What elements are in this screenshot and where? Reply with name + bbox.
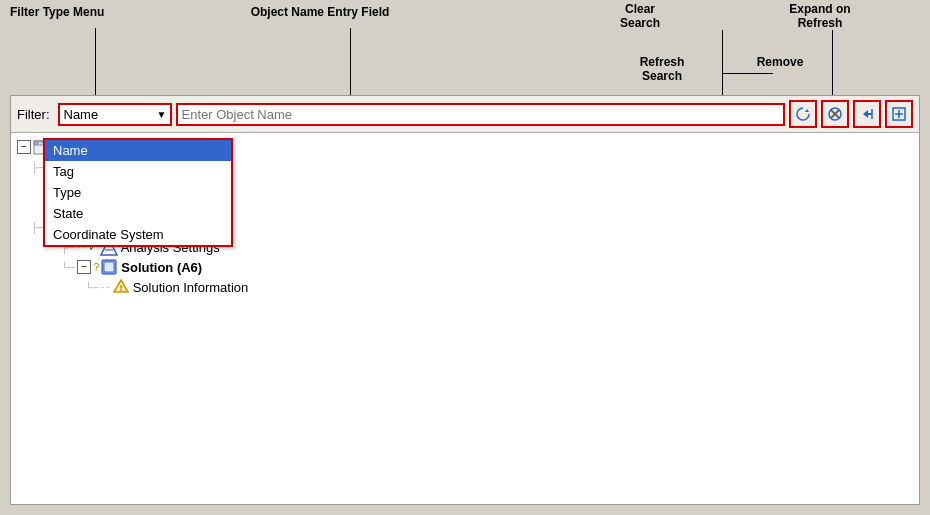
clear-search-button[interactable] <box>821 100 849 128</box>
solution-label: Solution (A6) <box>121 260 202 275</box>
annot-line-3 <box>722 30 723 95</box>
filter-bar: Filter: Name Tag Type State Coordinate S… <box>11 96 919 133</box>
annotation-filter-type: Filter Type Menu <box>10 5 130 19</box>
annotation-remove: Remove <box>745 55 815 69</box>
svg-rect-27 <box>104 262 114 272</box>
filter-dropdown[interactable]: Name Tag Type State Coordinate System <box>43 138 233 247</box>
filter-type-select[interactable]: Name Tag Type State Coordinate System <box>60 105 170 124</box>
tree-branch-7: └─ <box>85 282 99 293</box>
name-input-wrapper[interactable] <box>176 103 786 126</box>
svg-marker-4 <box>863 110 872 118</box>
solution-icon <box>100 258 118 276</box>
annot-line-1 <box>95 28 96 96</box>
object-name-input[interactable] <box>178 105 784 124</box>
tree-item-solution-info[interactable]: └─ - - ! Solution Information <box>11 277 919 297</box>
tree-dash-4: - - <box>101 282 110 292</box>
main-panel: Filter: Name Tag Type State Coordinate S… <box>10 95 920 505</box>
annotation-area: Filter Type Menu Object Name Entry Field… <box>0 0 930 100</box>
filter-label: Filter: <box>17 107 50 122</box>
main-container: Filter Type Menu Object Name Entry Field… <box>0 0 930 515</box>
root-expand-icon[interactable]: − <box>17 140 31 154</box>
tree-branch-6: └─ <box>61 262 75 273</box>
dropdown-item-state[interactable]: State <box>45 203 231 224</box>
dropdown-item-tag[interactable]: Tag <box>45 161 231 182</box>
clear-icon <box>827 106 843 122</box>
solution-warning-icon: ? <box>93 261 99 273</box>
expand-icon <box>891 106 907 122</box>
refresh-search-button[interactable] <box>789 100 817 128</box>
remove-button[interactable] <box>853 100 881 128</box>
annot-line-4 <box>832 30 833 95</box>
filter-select-wrapper[interactable]: Name Tag Type State Coordinate System ▼ <box>58 103 172 126</box>
dropdown-item-name[interactable]: Name <box>45 140 231 161</box>
svg-marker-0 <box>805 109 809 112</box>
dropdown-item-coord[interactable]: Coordinate System <box>45 224 231 245</box>
annotation-expand-on: Expand onRefresh <box>770 2 870 31</box>
solution-info-icon: ! <box>112 278 130 296</box>
annotation-object-name: Object Name Entry Field <box>230 5 410 19</box>
tree-item-solution[interactable]: └─ − ? Solution (A6) <box>11 257 919 277</box>
refresh-icon <box>795 106 811 122</box>
dropdown-item-type[interactable]: Type <box>45 182 231 203</box>
svg-text:!: ! <box>119 283 122 293</box>
annot-line-5 <box>723 73 773 74</box>
expand-on-refresh-button[interactable] <box>885 100 913 128</box>
solution-info-label: Solution Information <box>133 280 249 295</box>
annot-line-2 <box>350 28 351 96</box>
annotation-clear-search: ClearSearch <box>600 2 680 31</box>
solution-expand-icon[interactable]: − <box>77 260 91 274</box>
annotation-refresh: RefreshSearch <box>622 55 702 84</box>
remove-icon <box>859 106 875 122</box>
